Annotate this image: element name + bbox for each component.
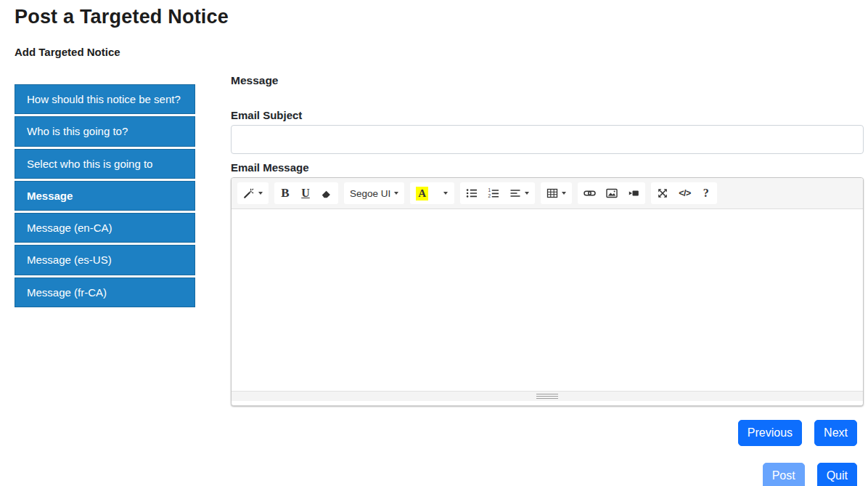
nav-item-select-who[interactable]: Select who this is going to — [15, 149, 195, 179]
nav-item-label: Message (en-CA) — [27, 222, 112, 234]
code-view-icon: </> — [679, 188, 691, 198]
font-color-caret-button[interactable] — [433, 183, 454, 203]
unordered-list-button[interactable] — [461, 183, 483, 203]
page-root: Post a Targeted Notice Add Targeted Noti… — [0, 0, 868, 486]
nav-item-label: Select who this is going to — [27, 158, 152, 170]
chevron-down-icon — [394, 192, 398, 195]
nav-item-label: Message (es-US) — [27, 254, 112, 266]
email-message-label: Email Message — [231, 161, 864, 174]
grip-icon — [536, 394, 558, 399]
video-icon — [628, 187, 639, 199]
quit-button[interactable]: Quit — [817, 463, 857, 486]
underline-button[interactable]: U — [295, 183, 316, 203]
email-subject-label: Email Subject — [231, 109, 864, 121]
font-style-group: B U — [274, 182, 338, 204]
magic-wand-icon — [243, 187, 255, 199]
fullscreen-icon — [657, 187, 668, 199]
svg-text:2: 2 — [488, 193, 491, 198]
nav-item-label: Who is this going to? — [27, 125, 128, 137]
eraser-icon — [321, 187, 332, 199]
nav-item-message-en-ca[interactable]: Message (en-CA) — [15, 213, 195, 243]
help-button[interactable]: ? — [696, 183, 716, 203]
view-group: </> ? — [651, 182, 717, 204]
code-view-button[interactable]: </> — [673, 183, 696, 203]
font-color-icon: A — [416, 187, 428, 201]
ordered-list-button[interactable]: 1 2 — [483, 183, 504, 203]
form-title: Add Targeted Notice — [15, 46, 864, 58]
align-left-icon — [509, 187, 521, 199]
content-area: How should this notice be sent? Who is t… — [15, 74, 864, 486]
style-group — [237, 182, 269, 204]
nav-item-how-sent[interactable]: How should this notice be sent? — [15, 84, 195, 114]
unordered-list-icon — [466, 187, 478, 199]
next-button[interactable]: Next — [814, 420, 857, 446]
chevron-down-icon — [258, 192, 263, 195]
table-group — [541, 182, 572, 204]
ordered-list-icon: 1 2 — [488, 187, 499, 199]
chevron-down-icon — [525, 192, 529, 195]
link-button[interactable] — [578, 183, 601, 203]
font-family-group: Segoe UI — [344, 182, 404, 204]
table-icon — [546, 187, 558, 199]
action-button-row: Post Quit — [231, 463, 864, 486]
fullscreen-button[interactable] — [652, 183, 673, 203]
page-title: Post a Targeted Notice — [15, 6, 864, 28]
svg-text:1: 1 — [488, 187, 491, 193]
editor-content-area[interactable] — [232, 209, 863, 391]
form-panel: Message Email Subject Email Message — [231, 74, 864, 486]
section-title: Message — [231, 74, 864, 87]
paragraph-group: 1 2 — [460, 182, 535, 204]
chevron-down-icon — [562, 192, 566, 195]
picture-button[interactable] — [601, 183, 623, 203]
paragraph-align-dropdown[interactable] — [504, 183, 534, 203]
font-color-group: A — [410, 182, 454, 204]
magic-style-dropdown-button[interactable] — [238, 183, 268, 203]
nav-button-row: Previous Next — [231, 420, 864, 446]
post-button[interactable]: Post — [763, 463, 805, 486]
nav-item-message[interactable]: Message — [15, 181, 195, 211]
link-icon — [584, 187, 596, 199]
nav-item-message-fr-ca[interactable]: Message (fr-CA) — [15, 278, 195, 307]
previous-button[interactable]: Previous — [738, 420, 802, 446]
clear-formatting-button[interactable] — [316, 183, 337, 203]
help-icon: ? — [703, 187, 709, 200]
bold-button[interactable]: B — [275, 183, 295, 203]
nav-item-label: How should this notice be sent? — [27, 93, 181, 105]
table-dropdown[interactable] — [541, 183, 571, 203]
editor-footer-strip — [232, 401, 863, 405]
nav-item-label: Message (fr-CA) — [27, 286, 107, 299]
insert-group — [578, 182, 645, 204]
nav-item-label: Message — [27, 190, 73, 202]
video-button[interactable] — [623, 183, 644, 203]
bold-icon: B — [281, 186, 289, 201]
editor-resize-handle[interactable] — [232, 391, 863, 401]
font-family-label: Segoe UI — [350, 188, 390, 199]
nav-item-message-es-us[interactable]: Message (es-US) — [15, 245, 195, 275]
font-color-button[interactable]: A — [411, 183, 433, 203]
chevron-down-icon — [443, 192, 448, 195]
rich-text-editor: B U — [231, 177, 864, 406]
nav-item-who-going-to[interactable]: Who is this going to? — [15, 116, 195, 146]
picture-icon — [606, 187, 618, 199]
email-subject-input[interactable] — [231, 125, 864, 154]
underline-icon: U — [301, 187, 310, 200]
font-family-dropdown[interactable]: Segoe UI — [345, 183, 404, 203]
step-nav: How should this notice be sent? Who is t… — [15, 84, 195, 486]
editor-toolbar: B U — [232, 178, 863, 209]
